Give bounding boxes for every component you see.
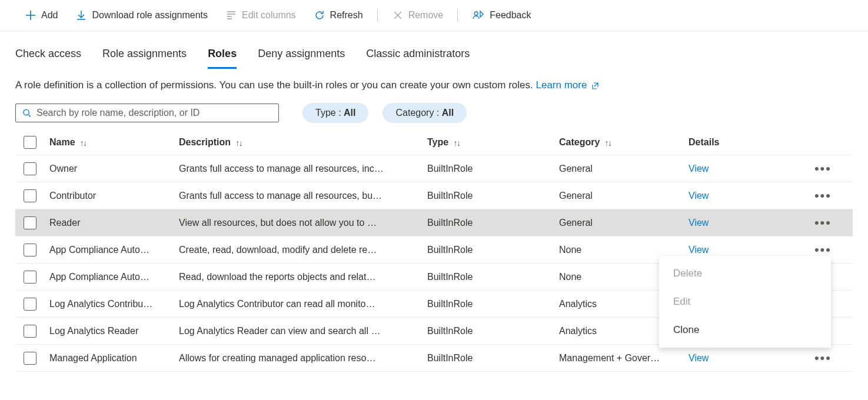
refresh-label: Refresh — [330, 10, 363, 21]
col-category-header[interactable]: Category — [559, 137, 600, 148]
category-filter-value: All — [442, 108, 454, 118]
external-link-icon — [591, 82, 599, 90]
row-type: BuiltInRole — [427, 164, 559, 174]
row-type: BuiltInRole — [427, 326, 559, 336]
row-more-icon[interactable]: ••• — [814, 244, 832, 256]
select-all-checkbox[interactable] — [24, 136, 36, 149]
sort-icon[interactable]: ↑↓ — [453, 138, 460, 148]
row-checkbox[interactable] — [24, 271, 36, 284]
col-description-header[interactable]: Description — [179, 137, 231, 148]
category-filter-label: Category : — [395, 108, 441, 118]
edit-columns-label: Edit columns — [242, 10, 296, 21]
feedback-label: Feedback — [490, 10, 531, 21]
refresh-icon — [314, 9, 325, 21]
sort-icon[interactable]: ↑↓ — [235, 138, 242, 148]
row-type: BuiltInRole — [427, 272, 559, 282]
sort-icon[interactable]: ↑↓ — [604, 138, 611, 148]
tab-roles[interactable]: Roles — [208, 43, 237, 69]
remove-icon — [392, 9, 404, 21]
table-header-row: Name↑↓ Description↑↓ Type↑↓ Category↑↓ D… — [15, 130, 853, 155]
add-button[interactable]: Add — [18, 6, 65, 25]
row-name: Log Analytics Contribu… — [49, 299, 179, 309]
row-more-icon[interactable]: ••• — [814, 216, 832, 229]
tab-role-assignments[interactable]: Role assignments — [102, 43, 187, 69]
sort-icon[interactable]: ↑↓ — [80, 138, 87, 148]
row-category: General — [559, 191, 689, 201]
row-checkbox[interactable] — [24, 352, 36, 365]
search-box[interactable] — [15, 104, 279, 122]
tabs: Check access Role assignments Roles Deny… — [0, 31, 868, 69]
row-checkbox[interactable] — [24, 216, 36, 229]
context-delete: Delete — [659, 259, 831, 288]
row-description: Grants full access to manage all resourc… — [179, 191, 427, 201]
context-clone[interactable]: Clone — [659, 316, 831, 344]
type-filter-value: All — [344, 108, 355, 118]
tab-check-access[interactable]: Check access — [15, 43, 81, 69]
view-link[interactable]: View — [689, 164, 709, 174]
edit-columns-button: Edit columns — [218, 6, 303, 25]
row-name: App Compliance Auto… — [49, 245, 179, 255]
row-category: General — [559, 218, 689, 228]
row-type: BuiltInRole — [427, 218, 559, 228]
row-checkbox[interactable] — [24, 325, 36, 338]
feedback-icon — [472, 9, 485, 21]
tab-classic-administrators[interactable]: Classic administrators — [366, 43, 470, 69]
type-filter-label: Type : — [315, 108, 344, 118]
row-name: Reader — [49, 218, 179, 228]
type-filter-pill[interactable]: Type : All — [302, 103, 368, 123]
learn-more-link[interactable]: Learn more — [536, 79, 599, 91]
row-name: Contributor — [49, 191, 179, 201]
refresh-button[interactable]: Refresh — [307, 6, 370, 25]
table-row[interactable]: Reader View all resources, but does not … — [15, 209, 853, 236]
row-checkbox[interactable] — [24, 298, 36, 311]
download-icon — [75, 9, 87, 21]
description-body: A role definition is a collection of per… — [15, 79, 536, 91]
download-label: Download role assignments — [92, 10, 208, 21]
row-more-icon[interactable]: ••• — [814, 162, 832, 175]
feedback-button[interactable]: Feedback — [465, 6, 538, 25]
row-checkbox[interactable] — [24, 189, 36, 202]
remove-label: Remove — [408, 10, 444, 21]
row-type: BuiltInRole — [427, 299, 559, 309]
category-filter-pill[interactable]: Category : All — [383, 103, 467, 123]
search-input[interactable] — [36, 108, 272, 118]
columns-icon — [225, 9, 237, 21]
row-description: Grants full access to manage all resourc… — [179, 164, 427, 174]
filter-pills: Type : All Category : All — [302, 103, 467, 123]
row-context-menu: Delete Edit Clone — [659, 256, 831, 348]
row-name: App Compliance Auto… — [49, 272, 179, 282]
table-row[interactable]: Managed Application Allows for creating … — [15, 345, 853, 372]
row-more-icon[interactable]: ••• — [814, 189, 832, 202]
view-link[interactable]: View — [689, 218, 709, 228]
row-name: Managed Application — [49, 353, 179, 364]
view-link[interactable]: View — [689, 245, 709, 255]
row-description: Create, read, download, modify and delet… — [179, 245, 427, 255]
row-category: Management + Gover… — [559, 353, 689, 364]
col-name-header[interactable]: Name — [49, 137, 75, 148]
row-description: Log Analytics Reader can view and search… — [179, 326, 427, 336]
row-more-icon[interactable]: ••• — [814, 352, 832, 365]
row-checkbox[interactable] — [24, 162, 36, 175]
row-description: Read, download the reports objects and r… — [179, 272, 427, 282]
svg-point-1 — [24, 109, 29, 115]
col-details-header: Details — [689, 137, 719, 148]
toolbar-divider — [377, 9, 378, 22]
tab-deny-assignments[interactable]: Deny assignments — [258, 43, 345, 69]
view-link[interactable]: View — [689, 353, 709, 364]
table-row[interactable]: Owner Grants full access to manage all r… — [15, 155, 853, 182]
download-button[interactable]: Download role assignments — [68, 6, 215, 25]
row-description: Allows for creating managed application … — [179, 353, 427, 364]
filter-bar: Type : All Category : All — [0, 103, 868, 130]
row-category: None — [559, 245, 689, 255]
row-description: View all resources, but does not allow y… — [179, 218, 427, 228]
table-row[interactable]: Contributor Grants full access to manage… — [15, 182, 853, 209]
col-type-header[interactable]: Type — [427, 137, 448, 148]
remove-button: Remove — [385, 6, 451, 25]
row-category: General — [559, 164, 689, 174]
view-link[interactable]: View — [689, 191, 709, 201]
search-icon — [22, 108, 32, 118]
row-name: Log Analytics Reader — [49, 326, 179, 336]
row-name: Owner — [49, 164, 179, 174]
row-type: BuiltInRole — [427, 353, 559, 364]
row-checkbox[interactable] — [24, 244, 36, 256]
